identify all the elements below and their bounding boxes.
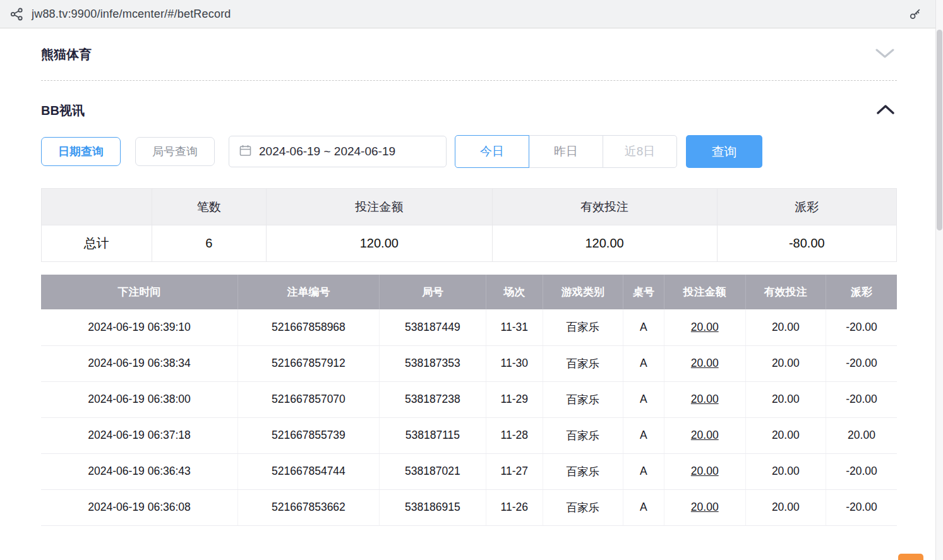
bet-record-table: 下注时间 注单编号 局号 场次 游戏类别 桌号 投注金额 有效投注 派彩 202… <box>41 275 897 526</box>
search-button[interactable]: 查询 <box>686 135 762 168</box>
cell-bet-time: 2024-06-19 06:36:08 <box>41 489 238 525</box>
share-icon[interactable] <box>10 8 23 21</box>
table-row: 2024-06-19 06:37:18 521667855739 5381871… <box>41 417 897 453</box>
cell-round-no: 538187449 <box>379 309 486 345</box>
scrollbar-thumb[interactable] <box>937 30 942 230</box>
summary-bet-amount-value: 120.00 <box>267 225 492 262</box>
summary-header-payout: 派彩 <box>717 189 896 225</box>
col-header-round-no: 局号 <box>379 275 486 309</box>
cell-bet-id: 521667858968 <box>238 309 380 345</box>
cell-session: 11-27 <box>486 453 543 489</box>
summary-table: 笔数 投注金额 有效投注 派彩 总计 6 120.00 120.00 -80.0… <box>41 188 897 262</box>
filter-toolbar: 日期查询 局号查询 2024-06-19 ~ 2024-06-19 今日 昨日 … <box>41 135 897 168</box>
col-header-bet-amount: 投注金额 <box>664 275 745 309</box>
cell-valid-bet: 20.00 <box>745 345 826 381</box>
cell-round-no: 538187115 <box>379 417 486 453</box>
cell-session: 11-31 <box>486 309 543 345</box>
cell-game-type: 百家乐 <box>543 345 623 381</box>
cell-table-no: A <box>623 309 664 345</box>
today-button[interactable]: 今日 <box>455 135 529 168</box>
cell-payout: 20.00 <box>826 417 897 453</box>
cell-round-no: 538187021 <box>379 453 486 489</box>
date-query-tab[interactable]: 日期查询 <box>41 137 121 166</box>
chevron-down-icon[interactable] <box>873 46 897 63</box>
cell-table-no: A <box>623 453 664 489</box>
summary-payout-value: -80.00 <box>717 225 896 262</box>
date-range-input[interactable]: 2024-06-19 ~ 2024-06-19 <box>229 136 447 167</box>
summary-header-valid-bet: 有效投注 <box>492 189 717 225</box>
cell-payout: -20.00 <box>826 381 897 417</box>
cell-bet-time: 2024-06-19 06:39:10 <box>41 309 238 345</box>
cell-table-no: A <box>623 345 664 381</box>
cell-session: 11-26 <box>486 489 543 525</box>
summary-total-row: 总计 6 120.00 120.00 -80.00 <box>42 225 897 262</box>
summary-count-value: 6 <box>152 225 266 262</box>
table-row: 2024-06-19 06:39:10 521667858968 5381874… <box>41 309 897 345</box>
table-row: 2024-06-19 06:36:08 521667853662 5381869… <box>41 489 897 525</box>
cell-valid-bet: 20.00 <box>745 381 826 417</box>
section-title-panda: 熊猫体育 <box>41 46 92 63</box>
last8days-button[interactable]: 近8日 <box>603 135 677 168</box>
section-title-bb: BB视讯 <box>41 102 85 119</box>
cell-payout: -20.00 <box>826 453 897 489</box>
section-bb-video[interactable]: BB视讯 <box>41 81 897 134</box>
cell-game-type: 百家乐 <box>543 381 623 417</box>
section-panda-sports[interactable]: 熊猫体育 <box>41 28 897 80</box>
cell-bet-time: 2024-06-19 06:38:34 <box>41 345 238 381</box>
cell-round-no: 538186915 <box>379 489 486 525</box>
cell-session: 11-29 <box>486 381 543 417</box>
chevron-up-icon[interactable] <box>874 102 897 119</box>
bet-table-header-row: 下注时间 注单编号 局号 场次 游戏类别 桌号 投注金额 有效投注 派彩 <box>41 275 897 309</box>
cell-round-no: 538187238 <box>379 381 486 417</box>
summary-valid-bet-value: 120.00 <box>492 225 717 262</box>
cell-session: 11-28 <box>486 417 543 453</box>
summary-header-row: 笔数 投注金额 有效投注 派彩 <box>42 189 897 225</box>
table-row: 2024-06-19 06:38:34 521667857912 5381873… <box>41 345 897 381</box>
summary-total-label: 总计 <box>42 225 152 262</box>
cell-valid-bet: 20.00 <box>745 309 826 345</box>
cell-table-no: A <box>623 489 664 525</box>
calendar-icon <box>239 145 251 159</box>
scrollbar[interactable] <box>935 0 943 560</box>
col-header-table-no: 桌号 <box>623 275 664 309</box>
cell-game-type: 百家乐 <box>543 489 623 525</box>
cell-game-type: 百家乐 <box>543 417 623 453</box>
cell-bet-time: 2024-06-19 06:37:18 <box>41 417 238 453</box>
cell-payout: -20.00 <box>826 489 897 525</box>
cell-table-no: A <box>623 417 664 453</box>
col-header-bet-time: 下注时间 <box>41 275 238 309</box>
cell-bet-time: 2024-06-19 06:36:43 <box>41 453 238 489</box>
cell-bet-amount-link[interactable]: 20.00 <box>664 417 745 453</box>
url-text[interactable]: jw88.tv:9900/infe/mcenter/#/betRecord <box>32 8 901 21</box>
browser-address-bar[interactable]: jw88.tv:9900/infe/mcenter/#/betRecord <box>0 0 943 28</box>
cell-bet-amount-link[interactable]: 20.00 <box>664 309 745 345</box>
cell-bet-amount-link[interactable]: 20.00 <box>664 381 745 417</box>
cell-bet-amount-link[interactable]: 20.00 <box>664 345 745 381</box>
summary-header-count: 笔数 <box>152 189 266 225</box>
cell-game-type: 百家乐 <box>543 453 623 489</box>
col-header-game-type: 游戏类别 <box>543 275 623 309</box>
cell-bet-id: 521667853662 <box>238 489 380 525</box>
cell-valid-bet: 20.00 <box>745 453 826 489</box>
cell-game-type: 百家乐 <box>543 309 623 345</box>
cell-round-no: 538187353 <box>379 345 486 381</box>
chat-widget-stub[interactable] <box>898 554 923 560</box>
cell-valid-bet: 20.00 <box>745 417 826 453</box>
table-row: 2024-06-19 06:38:00 521667857070 5381872… <box>41 381 897 417</box>
cell-bet-id: 521667855739 <box>238 417 380 453</box>
cell-bet-id: 521667854744 <box>238 453 380 489</box>
round-query-tab[interactable]: 局号查询 <box>135 137 215 166</box>
cell-bet-amount-link[interactable]: 20.00 <box>664 489 745 525</box>
summary-header-blank <box>42 189 152 225</box>
col-header-bet-id: 注单编号 <box>238 275 380 309</box>
cell-bet-id: 521667857070 <box>238 381 380 417</box>
cell-bet-amount-link[interactable]: 20.00 <box>664 453 745 489</box>
cell-table-no: A <box>623 381 664 417</box>
date-range-value: 2024-06-19 ~ 2024-06-19 <box>259 145 395 158</box>
cell-bet-id: 521667857912 <box>238 345 380 381</box>
cell-valid-bet: 20.00 <box>745 489 826 525</box>
col-header-session: 场次 <box>486 275 543 309</box>
yesterday-button[interactable]: 昨日 <box>529 135 603 168</box>
cell-session: 11-30 <box>486 345 543 381</box>
key-icon[interactable] <box>909 8 922 20</box>
